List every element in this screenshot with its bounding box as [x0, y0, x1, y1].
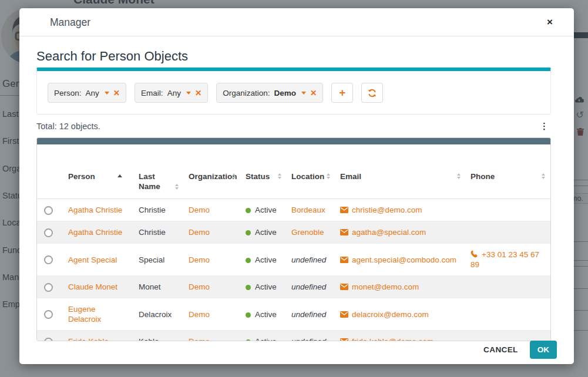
table-row: Eugene Delacroix Delacroix Demo Active u… [37, 298, 550, 331]
filter-chip-row: Person: Any ✕ Email: Any ✕ Organization:… [48, 83, 540, 103]
table-row: Claude Monet Monet Demo Active undefined… [37, 276, 550, 298]
chip-label: Email: [141, 89, 163, 97]
table-row: Agent Special Special Demo Active undefi… [37, 244, 550, 276]
organization-link[interactable]: Demo [189, 282, 210, 291]
remove-filter-icon[interactable]: ✕ [113, 88, 120, 97]
chevron-down-icon[interactable] [186, 92, 191, 95]
ok-button[interactable]: OK [530, 341, 557, 359]
phone-icon [471, 250, 478, 258]
last-name: Christie [139, 228, 166, 237]
results-summary-row: Total: 12 objects. ⋮ [36, 121, 551, 132]
table-header-row: Person Last Name Organization Statu [37, 144, 550, 199]
refresh-icon [368, 89, 377, 97]
cancel-button[interactable]: CANCEL [483, 345, 518, 354]
location-undefined: undefined [291, 255, 326, 264]
email-link[interactable]: agent.special@combodo.com [352, 255, 456, 264]
person-link[interactable]: Frida Kahlo [68, 337, 109, 341]
results-table-container: Person Last Name Organization Statu [36, 137, 551, 341]
chip-label: Person: [54, 89, 82, 97]
sort-ascending-icon [117, 174, 122, 177]
add-filter-button[interactable]: + [331, 83, 353, 103]
chevron-down-icon[interactable] [301, 92, 306, 95]
column-status[interactable]: Status [241, 144, 287, 199]
row-radio[interactable] [44, 310, 53, 319]
email-link[interactable]: delacroix@demo.com [352, 310, 429, 319]
table-row: Agatha Christie Christie Demo Active Gre… [37, 221, 550, 244]
chip-value: Demo [274, 89, 297, 97]
column-location[interactable]: Location [287, 144, 335, 199]
column-last-name[interactable]: Last Name [134, 144, 184, 199]
organization-link[interactable]: Demo [189, 206, 210, 214]
chevron-down-icon[interactable] [105, 92, 109, 95]
person-link[interactable]: Agent Special [68, 255, 117, 264]
organization-link[interactable]: Demo [189, 255, 210, 264]
last-name: Delacroix [139, 310, 172, 319]
person-link[interactable]: Claude Monet [68, 282, 117, 291]
dialog-header: Manager × [19, 8, 574, 36]
search-filter-panel: Person: Any ✕ Email: Any ✕ Organization:… [36, 68, 551, 115]
filter-chip-person[interactable]: Person: Any ✕ [48, 83, 126, 103]
chip-value: Any [167, 89, 181, 97]
status-dot [246, 339, 251, 341]
dialog-footer: CANCEL OK [483, 341, 557, 359]
status-dot [246, 312, 251, 318]
organization-link[interactable]: Demo [189, 337, 210, 341]
envelope-icon [340, 229, 348, 235]
email-link[interactable]: agatha@special.com [352, 228, 426, 237]
status-dot [246, 230, 251, 235]
status-text: Active [255, 282, 277, 291]
remove-filter-icon[interactable]: ✕ [195, 88, 201, 97]
status-text: Active [255, 228, 277, 237]
column-organization[interactable]: Organization [184, 144, 241, 199]
phone-link[interactable]: +33 01 23 45 67 89 [471, 250, 539, 269]
envelope-icon [340, 257, 348, 263]
last-name: Kahlo [139, 337, 159, 341]
person-link[interactable]: Agatha Christie [68, 206, 122, 214]
location-undefined: undefined [291, 337, 326, 341]
row-radio[interactable] [44, 255, 53, 264]
table-menu-icon[interactable]: ⋮ [540, 122, 549, 130]
row-radio[interactable] [44, 338, 53, 341]
person-link[interactable]: Eugene Delacroix [68, 305, 101, 324]
location-link[interactable]: Bordeaux [291, 206, 325, 214]
refresh-button[interactable] [361, 83, 383, 103]
sort-icon [232, 173, 236, 179]
total-count: Total: 12 objects. [36, 122, 100, 131]
filter-chip-organization[interactable]: Organization: Demo ✕ [216, 83, 323, 103]
row-radio[interactable] [44, 283, 53, 292]
email-link[interactable]: monet@demo.com [352, 282, 419, 291]
last-name: Monet [139, 282, 161, 291]
column-email[interactable]: Email [335, 144, 466, 199]
table-row: Frida Kahlo Kahlo Demo Active undefined … [37, 331, 550, 342]
sort-icon [327, 173, 330, 179]
column-select [37, 144, 63, 199]
chip-label: Organization: [223, 89, 270, 97]
location-undefined: undefined [291, 310, 326, 319]
status-dot [246, 285, 251, 290]
status-text: Active [255, 310, 277, 319]
person-link[interactable]: Agatha Christie [68, 228, 122, 237]
location-undefined: undefined [291, 282, 326, 291]
manager-dialog: Manager × Search for Person Objects Pers… [19, 8, 574, 364]
table-row: Agatha Christie Christie Demo Active Bor… [37, 199, 550, 221]
row-radio[interactable] [44, 206, 53, 215]
sort-icon [457, 173, 461, 179]
email-link[interactable]: christie@demo.com [352, 206, 422, 214]
row-radio[interactable] [44, 228, 53, 237]
email-link[interactable]: frida.kahlo@demo.com [352, 337, 434, 341]
sort-icon [278, 173, 281, 179]
close-icon[interactable]: × [543, 16, 556, 29]
column-person[interactable]: Person [63, 144, 134, 199]
sort-icon [542, 173, 545, 179]
column-phone[interactable]: Phone [466, 144, 550, 199]
table-accent-bar [37, 138, 550, 144]
envelope-icon [340, 338, 348, 341]
filter-chip-email[interactable]: Email: Any ✕ [135, 83, 208, 103]
organization-link[interactable]: Demo [189, 228, 210, 237]
plus-icon: + [339, 86, 345, 99]
location-link[interactable]: Grenoble [291, 228, 324, 237]
organization-link[interactable]: Demo [189, 310, 210, 319]
status-dot [246, 208, 251, 213]
remove-filter-icon[interactable]: ✕ [310, 88, 317, 97]
status-text: Active [255, 337, 277, 341]
